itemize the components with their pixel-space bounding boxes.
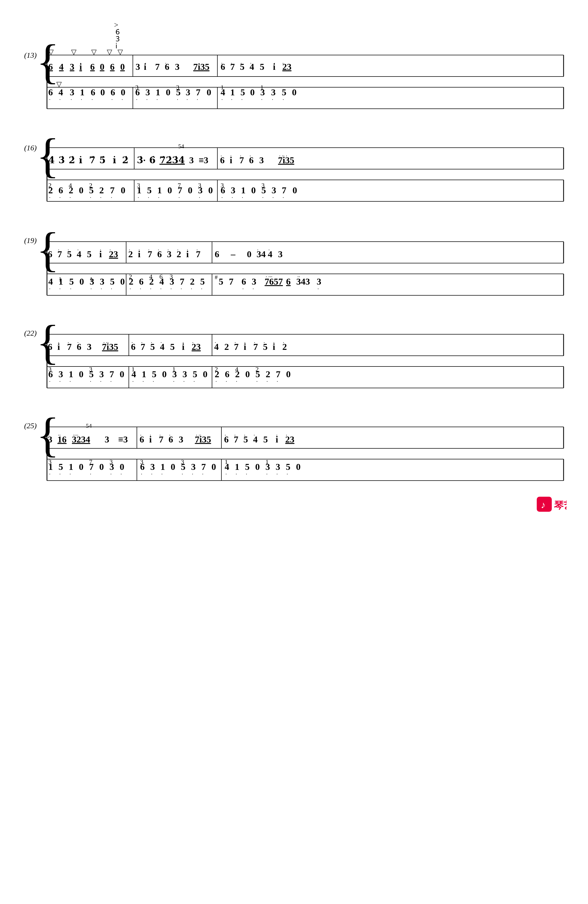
note-6-u22m2: 6 [131,342,136,352]
dot-3-l25m2: · [151,471,153,477]
note-1-l13: 1 [80,87,85,97]
dot-5-l19b: · [111,286,112,292]
note-3-l13: 3 [70,87,74,97]
note-6-l19m3: 6 [241,277,246,286]
note-2c-l16: 2 [99,185,104,195]
note-4-u22m2: 4 [160,342,164,352]
note-0-l22m3: 0 [245,369,250,379]
note-3b-l16m3: 3 [271,185,276,195]
system-number-13: (13) [24,51,37,59]
note-0-lm3b-13: 0 [292,87,296,97]
dot-3b-l22: · [100,379,101,384]
note-3b-l25m2: 3 [191,462,195,472]
dot-3b-l22m2: · [183,379,184,384]
note-i-u25m2: i [149,435,151,444]
dot-below-3b-lm3: · [272,96,273,103]
note-5-u16: 5̇ [99,155,106,165]
note-5-l19: 5 [69,277,74,286]
note-3-lm3-13: 3 [260,87,265,97]
note-0b-l25: 0 [99,462,104,472]
dot-below-6-l16m3: · [221,194,223,201]
note-6-l16: 6 [58,185,63,195]
dot-below-1-lm3: · [231,96,232,103]
dot-below-2c-l16: · [100,194,101,201]
dot-below-1-l16m2: · [138,194,139,201]
note-i-u16m3: i [230,155,232,165]
note-7-u16m3: 7 [240,155,244,165]
dot-5-l22m2: · [153,379,154,384]
dot-below-7-l16: · [111,194,112,201]
dot-0c-l25: · [120,471,122,477]
note-0-lm2-13: 0 [166,87,170,97]
note-0-l19: 0 [79,277,84,286]
note-23-u22m2: 23 [192,342,201,352]
dot-below-5-lm2: · [177,96,178,103]
dot-below-2b-l16: · [69,194,71,201]
note-1-l16m2: 1 [137,185,142,195]
dot-4-l19m2: · [160,286,162,292]
note-23-u19: 23 [109,249,118,259]
rest-u19m3: – [230,249,236,259]
note-6-u19m3: 6 [215,249,219,259]
brace-16: { [36,129,59,182]
note-7657-l19m3: 7657 [265,277,283,286]
note-7-u25m3: 7 [234,435,238,444]
dot-2c-l22m3: · [266,379,268,384]
note-6-l13: 6 [48,87,53,97]
note-7-u19m2b: 7 [196,249,200,259]
dot-3-l25: · [110,471,112,477]
note-7135-u25m2: 7i35 [195,435,211,444]
dot-5-l22: · [90,379,91,384]
brace-13: { [36,35,59,89]
note-4-m3-u13: 4 [249,62,254,72]
note-5-lm2-13: 5 [176,87,181,97]
note-6-u25m2: 6 [140,435,144,444]
down-bow-lower: ▽ [56,80,62,88]
dot-below-1b-l16m2: · [158,194,159,201]
system-number-19: (19) [24,236,37,245]
note-0-l25m3: 0 [296,462,301,472]
dot-below-4-lm3: · [221,96,223,103]
dot-below-6c: · [111,96,113,103]
note-5-u22m2: 5 [150,342,155,352]
note-2-l19m2: 2 [129,277,133,286]
note-4-u19: 4 [77,249,81,259]
down-bow-5: ▽ [118,48,123,56]
dot-1-l25: · [49,471,50,477]
note-0-l22m3: 0 [286,369,291,379]
note-5-u22m2b: 5 [170,342,175,352]
note-5-u22m3: 5 [263,342,268,352]
score-page: (13) > 6̇ 3̇ i̇ { ▽ ▽ ▽ ▽ ▽ 6 4 3 · i 6 … [0,0,588,904]
note-eq3-u25: ≡3 [118,435,128,444]
dot-5-l25m3: · [246,471,247,477]
note-0b-l19: 0 [120,277,125,286]
dot-3-l25m3: · [266,471,268,477]
note-5-l25m2: 5 [181,462,186,472]
dot-5-l19m2: · [201,286,202,292]
dot-below-7-lm2: · [197,96,198,103]
note-6-l22: 6 [48,369,53,379]
dot-2b-l19m2: · [150,286,151,292]
note-5-u19b: 5 [87,249,91,259]
note-0b-l22: 0 [120,369,124,379]
dot-7-l25: · [90,471,91,477]
note-i-u22m3b: i [273,342,275,352]
note-5-l22m2b: 5 [193,369,197,379]
note-3-l16m3: 3 [231,185,235,195]
note-3-l22: 3 [58,369,63,379]
dot-below-5-lm3: · [241,96,243,103]
note-1b-l16m2: 1 [157,185,162,195]
note-5-l16: 5 [89,185,94,195]
note-5-l19b: 5 [110,277,115,286]
note-3-u16m3: 3 [259,155,264,165]
note-2c-l19m2: 2 [190,277,195,286]
note-0-lm3-13: 0 [250,87,255,97]
note-1-l25m2: 1 [161,462,165,472]
note-7135-u13: 7i35 [193,62,209,72]
dot-below-1-l16m3: · [242,194,243,201]
note-3b-l19: 3 [100,277,104,286]
note-3-u25: 3 [48,435,52,444]
note-6-l16m3: 6 [221,185,225,195]
note-0b-l16m2: 0 [188,185,192,195]
note-3b-lm3-13: 3 [271,87,276,97]
